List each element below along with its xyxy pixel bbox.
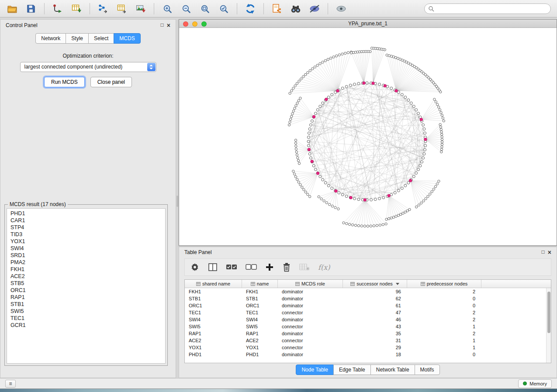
mcds-result-item[interactable]: STB5 [7,280,165,287]
float-panel-icon[interactable]: □ [161,22,164,28]
open-file-button[interactable] [4,2,20,16]
mcds-result-item[interactable]: TEC1 [7,315,165,322]
close-panel-icon[interactable]: × [167,22,170,28]
deselect-all-columns-button[interactable] [246,263,257,271]
tab-mcds[interactable]: MCDS [114,33,140,44]
mcds-result-list[interactable]: PHD1CAR1STP4TID3YOX1SWI4SRD1PMA2FKH1ACE2… [7,208,166,364]
zoom-fit-icon [200,4,210,14]
maximize-traffic-light-icon[interactable] [201,21,207,27]
import-network-button[interactable] [50,2,66,16]
mcds-result-item[interactable]: TID3 [7,231,165,238]
mcds-result-item[interactable]: PMA2 [7,259,165,266]
mcds-result-item[interactable]: PHD1 [7,210,165,217]
network-canvas[interactable] [179,28,557,245]
column-header-predecessor-nodes[interactable]: predecessor nodes [407,280,481,288]
splitter-handle[interactable] [176,196,178,207]
mcds-result-item[interactable]: FKH1 [7,266,165,273]
network-window-title: YPA_prune.txt_1 [348,21,387,27]
tab-motifs[interactable]: Motifs [415,364,440,375]
table-row[interactable]: ORC1ORC1dominator610 [185,302,551,309]
column-type-icon [295,282,300,286]
table-row[interactable]: YOX1YOX1connector291 [185,344,551,351]
table-settings-button[interactable] [190,262,200,272]
zoom-fit-button[interactable] [197,2,213,16]
mcds-result-item[interactable]: STP4 [7,224,165,231]
export-document-button[interactable] [269,2,285,16]
tab-network[interactable]: Network [35,33,66,44]
network-window-titlebar[interactable]: YPA_prune.txt_1 [179,20,557,28]
analyzer-button[interactable] [307,2,322,16]
close-table-panel-icon[interactable]: × [548,249,551,255]
table-row[interactable]: STB1STB1dominator620 [185,295,551,302]
table-row[interactable]: RAP1RAP1dominator352 [185,330,551,337]
column-header-name[interactable]: name [242,280,278,288]
close-panel-button[interactable]: Close panel [90,77,132,87]
mcds-result-item[interactable]: RAP1 [7,294,165,301]
close-traffic-light-icon[interactable] [183,21,188,27]
mcds-result-item[interactable]: ORC1 [7,287,165,294]
mcds-result-item[interactable]: CAR1 [7,217,165,224]
import-table-button[interactable] [69,2,84,16]
cell-shared-name: ACE2 [185,338,242,343]
cell-name: TEC1 [242,310,278,315]
zoom-selected-button[interactable] [216,2,232,16]
table-row[interactable]: ACE2ACE2connector311 [185,337,551,344]
cell-MCDS-role: dominator [278,331,343,336]
table-row[interactable]: FKH1FKH1dominator962 [185,288,551,295]
dropdown-stepper-icon[interactable] [147,63,156,71]
tab-edge-table[interactable]: Edge Table [333,364,371,375]
delete-column-button[interactable] [282,262,291,272]
mcds-result-item[interactable]: SWI5 [7,308,165,315]
zoom-in-button[interactable] [159,2,175,16]
export-table-button[interactable] [114,2,130,16]
binoculars-icon [290,4,301,14]
show-columns-button[interactable] [208,263,218,272]
function-builder-button[interactable]: f(x) [318,263,330,272]
table-row[interactable]: SWI4SWI4dominator462 [185,316,551,323]
tab-network-table[interactable]: Network Table [370,364,415,375]
run-mcds-button[interactable]: Run MCDS [44,77,85,87]
column-header-shared-name[interactable]: shared name [185,280,242,288]
table-row[interactable]: TEC1TEC1connector472 [185,309,551,316]
mcds-result-item[interactable]: STB1 [7,301,165,308]
memory-label: Memory [529,381,547,386]
float-table-panel-icon[interactable]: □ [542,249,545,255]
create-column-button[interactable] [265,263,274,272]
tab-node-table[interactable]: Node Table [296,364,334,375]
cell-successor-nodes: 96 [343,289,407,294]
table-panel-title: Table Panel [184,249,212,255]
export-image-button[interactable] [133,2,149,16]
table-scrollbar[interactable] [546,288,551,363]
column-type-icon [251,282,255,286]
show-hide-button[interactable] [333,2,349,16]
criterion-dropdown[interactable]: largest connected component (undirected) [20,62,156,72]
task-history-button[interactable]: ≡ [5,380,16,388]
table-row[interactable]: SWI5SWI5connector431 [185,323,551,330]
zoom-out-button[interactable] [178,2,194,16]
tab-select[interactable]: Select [88,33,114,44]
cell-predecessor-nodes: 2 [407,310,481,315]
table-row[interactable]: PHD1PHD1dominator180 [185,351,551,358]
tab-style[interactable]: Style [66,33,89,44]
refresh-button[interactable] [242,2,258,16]
select-all-columns-button[interactable] [226,263,237,271]
search-box[interactable] [424,3,551,14]
mcds-result-item[interactable]: YOX1 [7,238,165,245]
mcds-result-item[interactable]: SWI4 [7,245,165,252]
save-session-button[interactable] [23,2,39,16]
search-neighbors-button[interactable] [288,2,304,16]
table-scrollbar-thumb[interactable] [547,292,550,333]
memory-button[interactable]: Memory [518,379,552,388]
minimize-traffic-light-icon[interactable] [192,21,197,27]
search-input[interactable] [436,5,547,12]
clear-table-button[interactable] [299,263,310,271]
cell-MCDS-role: dominator [278,303,343,308]
column-header-MCDS-role[interactable]: MCDS role [278,280,343,288]
export-network-button[interactable] [95,2,111,16]
mcds-result-item[interactable]: ACE2 [7,273,165,280]
trash-icon [282,262,291,272]
cell-successor-nodes: 31 [343,338,407,343]
mcds-result-item[interactable]: GCR1 [7,322,165,329]
column-header-successor-nodes[interactable]: successor nodes [343,280,407,288]
mcds-result-item[interactable]: SRD1 [7,252,165,259]
